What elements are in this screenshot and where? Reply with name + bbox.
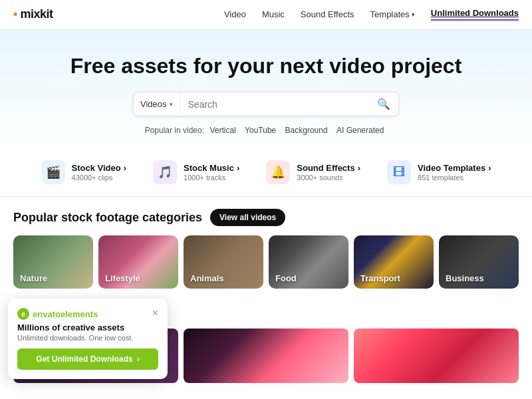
sound-effects-title: Sound Effects › [297, 163, 360, 173]
video-templates-count: 851 templates [418, 174, 491, 182]
categories-header: Popular stock footage categories View al… [13, 209, 519, 226]
arrow-icon: › [358, 163, 360, 173]
search-button[interactable]: 🔍 [369, 92, 398, 116]
search-icon: 🔍 [377, 98, 390, 110]
envato-brand: envatoelements [33, 309, 98, 319]
hero-section: Free assets for your next video project … [0, 29, 532, 148]
envato-subtitle: Unlimited downloads. One low cost. [17, 334, 158, 342]
tag-youtube[interactable]: YouTube [245, 126, 276, 135]
envato-icon: e [17, 308, 29, 320]
feature-card-video-templates[interactable]: 🎞 Video Templates › 851 templates [387, 160, 491, 184]
search-type-label: Videos [140, 99, 167, 109]
sound-icon: 🔔 [266, 160, 290, 184]
category-nature-label: Nature [20, 273, 47, 283]
category-food[interactable]: Food [269, 235, 348, 289]
category-lifestyle[interactable]: Lifestyle [98, 235, 178, 289]
envato-cta-label: Get Unlimited Downloads [36, 354, 132, 364]
category-grid: Nature Lifestyle Animals Food Transport … [13, 235, 519, 289]
nav-unlimited-downloads[interactable]: Unlimited Downloads [431, 8, 519, 21]
category-business-label: Business [446, 273, 484, 283]
video-thumbnail-2[interactable] [184, 329, 348, 383]
arrow-right-icon: › [137, 354, 140, 364]
arrow-icon: › [237, 163, 239, 173]
category-lifestyle-label: Lifestyle [105, 273, 140, 283]
tag-vertical[interactable]: Vertical [209, 126, 235, 135]
nav-music[interactable]: Music [262, 9, 285, 19]
template-icon: 🎞 [387, 160, 411, 184]
nav-video[interactable]: Video [224, 9, 246, 19]
logo[interactable]: ▪ mixkit [13, 7, 53, 21]
popular-tags: Popular in video: Vertical YouTube Backg… [13, 126, 519, 135]
video-thumbnail-3[interactable] [354, 329, 519, 383]
search-bar: Videos ▾ 🔍 [133, 92, 399, 116]
envato-popup-header: e envatoelements × [17, 308, 158, 320]
arrow-icon: › [124, 163, 126, 173]
popular-label: Popular in video: [145, 126, 204, 135]
chevron-down-icon: ▾ [170, 101, 173, 108]
nav-links: Video Music Sound Effects Templates ▾ Un… [224, 8, 519, 21]
envato-title: Millions of creative assets [17, 323, 158, 332]
category-animals[interactable]: Animals [184, 235, 263, 289]
nav-sound-effects[interactable]: Sound Effects [301, 9, 354, 19]
category-transport[interactable]: Transport [354, 235, 434, 289]
hero-title: Free assets for your next video project [13, 53, 519, 78]
chevron-down-icon: ▾ [412, 11, 415, 18]
search-type-dropdown[interactable]: Videos ▾ [134, 94, 180, 114]
feature-cards: 🎬 Stock Video › 43000+ clips 🎵 Stock Mus… [0, 148, 532, 197]
stock-video-title: Stock Video › [72, 163, 127, 173]
tag-ai-generated[interactable]: AI Generated [336, 126, 384, 135]
envato-logo: e envatoelements [17, 308, 98, 320]
category-nature[interactable]: Nature [13, 235, 93, 289]
sound-effects-count: 3000+ sounds [297, 174, 360, 182]
nav-templates[interactable]: Templates ▾ [370, 9, 415, 19]
stock-music-title: Stock Music › [184, 163, 239, 173]
envato-popup: e envatoelements × Millions of creative … [8, 299, 168, 379]
logo-text: mixkit [20, 7, 53, 21]
envato-close-button[interactable]: × [152, 308, 158, 319]
stock-video-count: 43000+ clips [72, 174, 127, 182]
envato-cta-button[interactable]: Get Unlimited Downloads › [17, 348, 158, 370]
feature-card-stock-video[interactable]: 🎬 Stock Video › 43000+ clips [41, 160, 127, 184]
search-input[interactable] [180, 94, 369, 115]
music-icon: 🎵 [153, 160, 177, 184]
stock-music-count: 1000+ tracks [184, 174, 239, 182]
view-all-videos-button[interactable]: View all videos [210, 209, 285, 226]
categories-section: Popular stock footage categories View al… [0, 197, 532, 297]
tag-background[interactable]: Background [285, 126, 328, 135]
feature-card-sound-effects[interactable]: 🔔 Sound Effects › 3000+ sounds [266, 160, 360, 184]
category-food-label: Food [275, 273, 297, 283]
categories-title: Popular stock footage categories [13, 211, 202, 225]
category-business[interactable]: Business [439, 235, 519, 289]
logo-icon: ▪ [13, 7, 17, 21]
video-icon: 🎬 [41, 160, 65, 184]
feature-card-stock-music[interactable]: 🎵 Stock Music › 1000+ tracks [153, 160, 239, 184]
category-transport-label: Transport [360, 273, 400, 283]
navbar: ▪ mixkit Video Music Sound Effects Templ… [0, 0, 532, 29]
arrow-icon: › [488, 163, 491, 173]
category-animals-label: Animals [190, 273, 224, 283]
video-templates-title: Video Templates › [418, 163, 491, 173]
